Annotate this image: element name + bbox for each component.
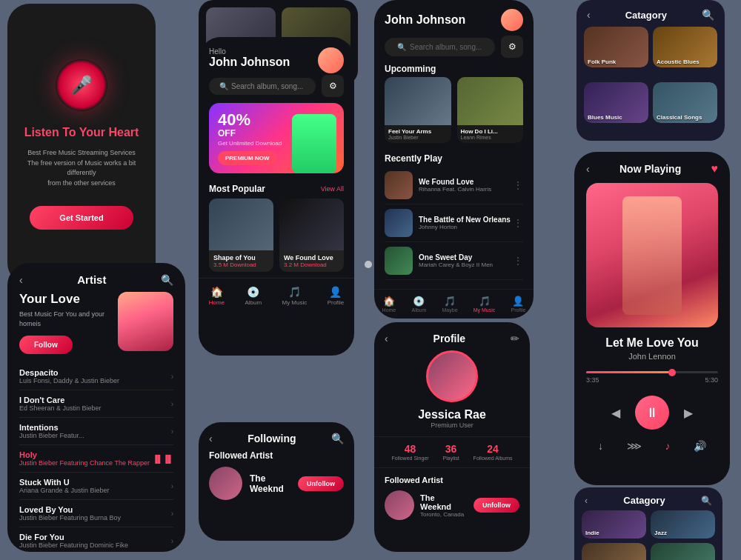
chevron-icon-2: › <box>171 400 173 408</box>
rp-item-2[interactable]: The Battle of New Orleans Johnny Horton … <box>385 204 523 242</box>
song-item-6[interactable]: Loved By You Justin Bieber Featuring Bur… <box>19 500 173 527</box>
cat-bottom-back-icon[interactable]: ‹ <box>585 496 588 506</box>
rp-info-1: We Found Love Rihanna Feat. Calvin Harri… <box>419 178 513 193</box>
most-popular-header: Most Popular View All <box>199 178 354 199</box>
stat-playlist-num: 36 <box>443 443 459 455</box>
download-icon[interactable]: ↓ <box>598 440 603 452</box>
popular-card-2[interactable]: We Found Love 3.2 M Download <box>279 199 344 272</box>
cat-bottom-search-icon[interactable]: 🔍 <box>701 496 712 506</box>
cat-pop[interactable]: Pop <box>651 543 715 560</box>
get-started-button[interactable]: Get Started <box>30 206 133 230</box>
progress-bar[interactable] <box>586 371 718 373</box>
volume-icon[interactable]: 🔊 <box>694 440 706 452</box>
pa-location: Toronto, Canada <box>420 511 468 518</box>
cat-jazz[interactable]: Jazz <box>651 510 715 539</box>
song-item-7[interactable]: Die For You Justin Bieber Featuring Domi… <box>19 527 173 552</box>
upcoming-filter-btn[interactable]: ⚙ <box>501 36 523 58</box>
following-search-icon[interactable]: 🔍 <box>331 433 344 444</box>
song-item-2[interactable]: I Don't Care Ed Sheeran & Justin Bieber … <box>19 390 173 418</box>
popular-card-1[interactable]: Shape of You 3.5 M Download <box>209 199 273 272</box>
chevron-icon-6: › <box>171 510 173 518</box>
popular-card-1-info: Shape of You 3.5 M Download <box>209 250 273 272</box>
profile-edit-icon[interactable]: ✏ <box>511 333 519 344</box>
cat-blues[interactable]: Blues Music <box>584 82 648 123</box>
mic-circle: 🎤 <box>56 59 107 111</box>
artist-image <box>118 292 173 351</box>
s5-nav-album[interactable]: 💿 Album <box>411 296 426 313</box>
unfollow-button[interactable]: Unfollow <box>298 476 344 491</box>
cat-acoustic-label: Acoustic Blues <box>653 56 703 67</box>
rp-more-3[interactable]: ⋮ <box>513 255 523 267</box>
upcoming-card-2-artist: Leann Rimes <box>461 135 520 140</box>
nav-album[interactable]: 💿 Album <box>245 286 262 306</box>
back-arrow-icon[interactable]: ‹ <box>19 274 23 286</box>
cat-folk-punk[interactable]: Folk Punk <box>584 27 648 67</box>
cat-rnb[interactable]: R&B <box>582 543 646 560</box>
s5-nav-mymusic[interactable]: 🎵 My Music <box>473 296 496 313</box>
mic-icon: 🎤 <box>70 75 93 96</box>
nav-profile[interactable]: 👤 Profile <box>328 286 345 306</box>
category-top-grid: Folk Punk Acoustic Blues Blues Music Cla… <box>576 27 725 141</box>
recently-play-list: We Found Love Rihanna Feat. Calvin Harri… <box>374 167 534 280</box>
rp-more-2[interactable]: ⋮ <box>513 217 523 229</box>
premium-button[interactable]: PREMIUM NOW <box>218 151 277 165</box>
s5-mymusic-label: My Music <box>473 307 496 313</box>
recently-play-title: Recently Play <box>374 150 534 167</box>
stat-albums: 24 Followed Albums <box>473 443 513 461</box>
home-greeting: Hello John Johnson <box>209 47 290 69</box>
cat-blues-label: Blues Music <box>584 112 626 123</box>
rp-info-3: One Sweet Day Mariah Carey & Boyz II Men <box>419 253 513 268</box>
heart-icon[interactable]: ♥ <box>711 162 719 176</box>
music-note-icon[interactable]: ♪ <box>665 440 670 452</box>
follow-button[interactable]: Follow <box>19 336 73 354</box>
song-item-5-name: Stuck With U <box>19 478 110 487</box>
cat-acoustic[interactable]: Acoustic Blues <box>653 27 717 67</box>
view-all-link[interactable]: View All <box>321 185 344 193</box>
cat-jazz-label: Jazz <box>651 527 671 539</box>
nav-mymusic[interactable]: 🎵 My Music <box>282 286 307 306</box>
album-art-figure <box>622 196 682 315</box>
cat-classical[interactable]: Classical Songs <box>653 82 717 123</box>
next-control[interactable]: ▶ <box>684 406 693 420</box>
upcoming-card-2-img <box>457 77 524 125</box>
time-current: 3:35 <box>586 376 599 384</box>
cat-indie[interactable]: Indie <box>582 510 646 539</box>
song-item-3[interactable]: Intentions Justin Bieber Featur... › <box>19 418 173 445</box>
share-icon[interactable]: ⋙ <box>627 440 642 452</box>
upcoming-grid: Feel Your Arms Justin Bieber How Do I Li… <box>374 77 534 143</box>
s5-nav-home[interactable]: 🏠 Home <box>382 296 396 313</box>
rp-item-1[interactable]: We Found Love Rihanna Feat. Calvin Harri… <box>385 167 523 204</box>
home-search-bar[interactable]: 🔍 Search album, song... <box>209 78 316 95</box>
prev-control[interactable]: ◀ <box>611 406 620 420</box>
filter-button[interactable]: ⚙ <box>322 75 344 97</box>
profile-unfollow-btn[interactable]: Unfollow <box>473 498 519 513</box>
upcoming-card-2[interactable]: How Do I Li... Leann Rimes <box>457 77 524 143</box>
rp-item-3[interactable]: One Sweet Day Mariah Carey & Boyz II Men… <box>385 242 523 280</box>
nav-home[interactable]: 🏠 Home <box>209 286 225 306</box>
song-list: Despacito Luis Fonsi, Daddy & Justin Bie… <box>7 363 185 552</box>
rp-more-1[interactable]: ⋮ <box>513 179 523 191</box>
song-item-5[interactable]: Stuck With U Ariana Grande & Justin Bieb… <box>19 473 173 500</box>
pause-control[interactable]: ⏸ <box>635 396 669 430</box>
back-cat-icon[interactable]: ‹ <box>587 9 591 21</box>
promo-banner[interactable]: 40% OFF Get Unlimited Download PREMIUM N… <box>209 103 344 173</box>
profile-premium: Premium User <box>374 421 530 429</box>
s5-nav-profile[interactable]: 👤 Profile <box>511 296 526 313</box>
home-avatar[interactable] <box>318 47 344 73</box>
song-item-5-artist: Ariana Grande & Justin Bieber <box>19 487 110 494</box>
upcoming-card-1[interactable]: Feel Your Arms Justin Bieber <box>385 77 451 143</box>
screen-home: Hello John Johnson 🔍 Search album, song.… <box>199 37 354 356</box>
song-item-1[interactable]: Despacito Luis Fonsi, Daddy & Justin Bie… <box>19 363 173 390</box>
screen-artist: ‹ Artist 🔍 Your Love Best Music For You … <box>7 263 185 552</box>
rp-name-2: The Battle of New Orleans <box>419 216 513 224</box>
search-cat-icon[interactable]: 🔍 <box>702 9 714 21</box>
popular-card-1-downloads: 3.5 M Download <box>213 261 269 268</box>
artist-header: ‹ Artist 🔍 <box>7 263 185 292</box>
screen5-nav: 🏠 Home 💿 Album 🎵 Maybe 🎵 My Music 👤 Prof… <box>374 289 534 319</box>
search-icon-upcoming: 🔍 <box>397 43 406 51</box>
search-icon[interactable]: 🔍 <box>161 274 173 286</box>
upcoming-search[interactable]: 🔍 Search album, song... <box>385 38 495 56</box>
cat-rnb-bg <box>582 543 646 560</box>
song-item-4[interactable]: Holy Justin Bieber Featuring Chance The … <box>19 445 173 473</box>
s5-nav-maybe[interactable]: 🎵 Maybe <box>442 296 458 313</box>
